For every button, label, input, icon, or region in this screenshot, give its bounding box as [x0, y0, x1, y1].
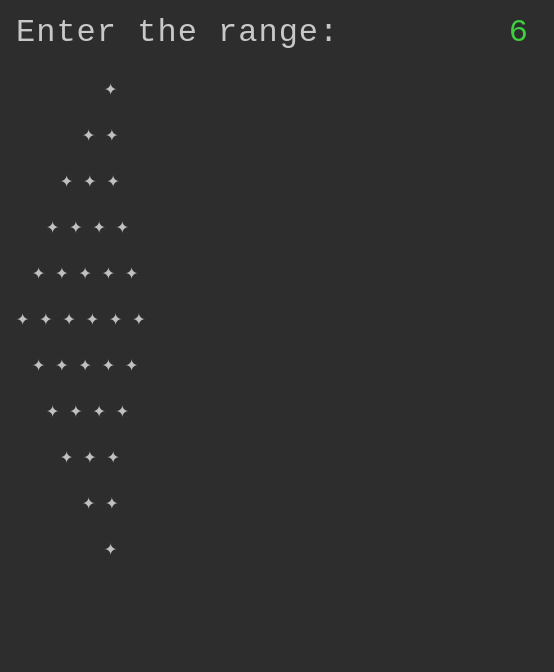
- star-icon: ✦: [82, 489, 97, 516]
- star-icon: ✦: [105, 489, 120, 516]
- star-icon: ✦: [102, 351, 117, 378]
- star-row-2: ✦✦: [16, 111, 129, 157]
- star-icon: ✦: [46, 213, 61, 240]
- star-row-8: ✦✦✦✦: [16, 387, 139, 433]
- star-icon: ✦: [55, 259, 70, 286]
- star-icon: ✦: [132, 305, 147, 332]
- star-icon: ✦: [116, 213, 131, 240]
- star-icon: ✦: [82, 121, 97, 148]
- star-icon: ✦: [69, 397, 84, 424]
- star-icon: ✦: [116, 397, 131, 424]
- star-row-6: ✦✦✦✦✦✦: [16, 295, 156, 341]
- star-row-9: ✦✦✦: [16, 433, 130, 479]
- star-icon: ✦: [104, 535, 119, 562]
- star-row-5: ✦✦✦✦✦: [16, 249, 148, 295]
- star-icon: ✦: [125, 351, 140, 378]
- star-icon: ✦: [93, 213, 108, 240]
- star-row-1: ✦: [16, 65, 127, 111]
- prompt-text: Enter the range:: [16, 14, 339, 51]
- star-icon: ✦: [32, 351, 47, 378]
- star-icon: ✦: [60, 443, 75, 470]
- star-icon: ✦: [16, 305, 31, 332]
- star-icon: ✦: [107, 167, 122, 194]
- star-icon: ✦: [63, 305, 78, 332]
- star-row-10: ✦✦: [16, 479, 129, 525]
- star-row-7: ✦✦✦✦✦: [16, 341, 148, 387]
- star-row-3: ✦✦✦: [16, 157, 130, 203]
- star-icon: ✦: [55, 351, 70, 378]
- star-icon: ✦: [69, 213, 84, 240]
- star-icon: ✦: [83, 443, 98, 470]
- star-icon: ✦: [105, 121, 120, 148]
- star-icon: ✦: [83, 167, 98, 194]
- star-icon: ✦: [93, 397, 108, 424]
- star-icon: ✦: [102, 259, 117, 286]
- star-icon: ✦: [32, 259, 47, 286]
- star-icon: ✦: [60, 167, 75, 194]
- star-icon: ✦: [86, 305, 101, 332]
- star-icon: ✦: [46, 397, 61, 424]
- star-icon: ✦: [39, 305, 54, 332]
- star-row-4: ✦✦✦✦: [16, 203, 139, 249]
- star-icon: ✦: [79, 351, 94, 378]
- pattern-container: ✦✦✦✦✦✦✦✦✦✦✦✦✦✦✦✦✦✦✦✦✦✦✦✦✦✦✦✦✦✦✦✦✦✦✦✦: [0, 61, 554, 571]
- star-icon: ✦: [109, 305, 124, 332]
- star-row-11: ✦: [16, 525, 127, 571]
- star-icon: ✦: [125, 259, 140, 286]
- star-icon: ✦: [79, 259, 94, 286]
- header: Enter the range: 6: [0, 0, 554, 61]
- range-value: 6: [509, 14, 528, 51]
- star-icon: ✦: [104, 75, 119, 102]
- star-icon: ✦: [107, 443, 122, 470]
